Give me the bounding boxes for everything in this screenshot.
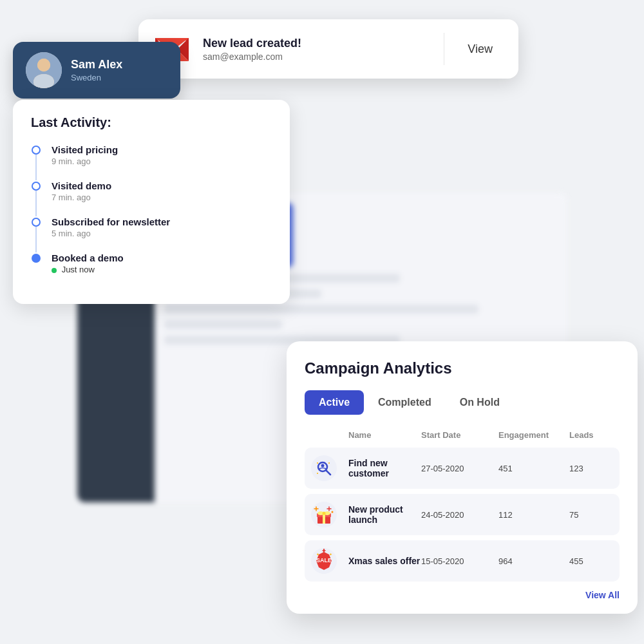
activity-content: Visited pricing 9 min. ago: [52, 144, 118, 180]
gmail-text-content: New lead created! sam@example.com: [203, 37, 431, 62]
activity-time: 5 min. ago: [52, 229, 170, 238]
activity-time: 9 min. ago: [52, 156, 118, 166]
user-location: Sweden: [71, 73, 122, 82]
list-item: Visited pricing 9 min. ago: [31, 144, 272, 180]
activity-content: Booked a demo Just now: [52, 252, 124, 289]
timeline-dot: [32, 218, 41, 227]
live-indicator: [52, 268, 57, 273]
timeline-col: [31, 180, 41, 216]
timeline-col: [31, 144, 41, 180]
tab-bar: Active Completed On Hold: [305, 390, 620, 415]
last-activity-card: Last Activity: Visited pricing 9 min. ag…: [13, 100, 290, 304]
campaign-date: 27-05-2020: [421, 464, 498, 473]
col-engagement: Engagement: [498, 430, 569, 440]
svg-text:SALE: SALE: [316, 557, 332, 564]
svg-text:✦: ✦: [316, 553, 319, 556]
list-item: Subscribed for newsletter 5 min. ago: [31, 216, 272, 252]
activity-time: Just now: [52, 265, 124, 274]
activity-action: Subscribed for newsletter: [52, 216, 170, 227]
timeline-line: [35, 155, 37, 180]
svg-point-16: [328, 462, 330, 464]
table-header: Name Start Date Engagement Leads: [305, 428, 620, 442]
campaign-name: New product launch: [348, 504, 421, 525]
analytics-card-title: Campaign Analytics: [305, 359, 620, 377]
svg-point-14: [321, 464, 325, 468]
svg-point-17: [317, 473, 318, 474]
col-name: Name: [348, 430, 421, 440]
svg-point-10: [37, 59, 50, 71]
timeline-col: [31, 216, 41, 252]
svg-point-29: [332, 511, 334, 513]
campaign-engagement: 964: [498, 556, 569, 566]
tab-active[interactable]: Active: [305, 390, 364, 415]
svg-point-15: [317, 462, 318, 464]
svg-rect-2: [155, 38, 189, 41]
gmail-divider: [444, 33, 444, 65]
activity-action: Visited demo: [52, 180, 111, 191]
gmail-notification-title: New lead created!: [203, 37, 431, 50]
avatar: [26, 52, 62, 88]
table-row: New product launch 24-05-2020 112 75: [305, 494, 620, 535]
campaign-name: Find new customer: [348, 458, 421, 478]
activity-list: Visited pricing 9 min. ago Visited demo …: [31, 144, 272, 289]
timeline-dot: [32, 146, 41, 155]
activity-time: 7 min. ago: [52, 193, 111, 202]
campaign-leads: 75: [569, 510, 614, 520]
user-profile-card: Sam Alex Sweden: [13, 42, 180, 99]
activity-action: Booked a demo: [52, 252, 124, 263]
campaign-leads: 455: [569, 556, 614, 566]
list-item: Booked a demo Just now: [31, 252, 272, 289]
table-row: SALE ✦ ✦ Xmas sales offer 15-05-2020 964…: [305, 540, 620, 582]
gmail-notification-card: New lead created! sam@example.com View: [138, 19, 518, 79]
timeline-dot: [32, 182, 41, 191]
view-all-button[interactable]: View All: [585, 590, 620, 600]
timeline-dot: [32, 254, 41, 263]
activity-action: Visited pricing: [52, 144, 118, 155]
table-row: Find new customer 27-05-2020 451 123: [305, 448, 620, 489]
col-date: Start Date: [421, 430, 498, 440]
tab-completed[interactable]: Completed: [364, 390, 446, 415]
user-info: Sam Alex Sweden: [71, 58, 122, 82]
activity-content: Subscribed for newsletter 5 min. ago: [52, 216, 170, 252]
campaign-icon-sale: SALE ✦ ✦: [310, 547, 338, 575]
gmail-notification-subtitle: sam@example.com: [203, 52, 431, 62]
activity-content: Visited demo 7 min. ago: [52, 180, 111, 216]
svg-text:✦: ✦: [329, 553, 332, 556]
campaign-leads: 123: [569, 464, 614, 473]
campaign-name: Xmas sales offer: [348, 556, 421, 566]
user-name: Sam Alex: [71, 58, 122, 71]
gmail-view-button[interactable]: View: [457, 43, 503, 56]
campaign-date: 15-05-2020: [421, 556, 498, 566]
view-all-link[interactable]: View All: [305, 589, 620, 601]
campaign-engagement: 451: [498, 464, 569, 473]
timeline-line: [35, 191, 37, 216]
campaign-icon-search: [310, 454, 338, 482]
timeline-line: [35, 227, 37, 252]
campaign-date: 24-05-2020: [421, 510, 498, 520]
activity-card-title: Last Activity:: [31, 115, 272, 130]
campaign-icon-gift: [310, 500, 338, 529]
list-item: Visited demo 7 min. ago: [31, 180, 272, 216]
campaign-analytics-card: Campaign Analytics Active Completed On H…: [287, 341, 638, 614]
tab-on-hold[interactable]: On Hold: [446, 390, 514, 415]
col-leads: Leads: [569, 430, 614, 440]
svg-point-24: [323, 512, 326, 515]
timeline-col: [31, 252, 41, 289]
col-icon: [310, 430, 348, 440]
campaign-engagement: 112: [498, 510, 569, 520]
